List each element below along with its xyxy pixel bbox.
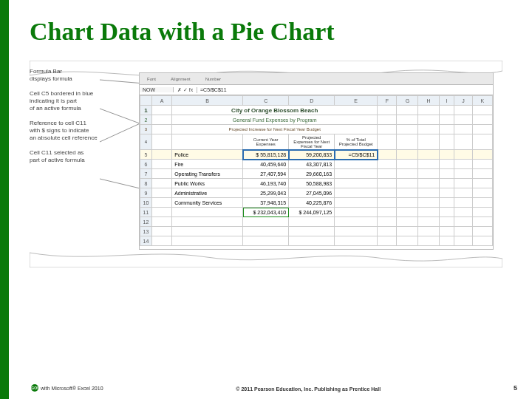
col-header[interactable]: J — [454, 96, 472, 106]
row-header[interactable]: 14 — [140, 236, 152, 246]
row-header[interactable]: 5 — [140, 150, 152, 160]
table-row: 6Fire40,459,64043,307,813 — [140, 160, 493, 169]
row-header[interactable]: 9 — [140, 188, 152, 198]
cell[interactable]: 27,407,594 — [243, 169, 289, 179]
slide-title: Chart Data with a Pie Chart — [30, 18, 511, 46]
cell[interactable]: 46,193,740 — [243, 179, 289, 188]
row-header[interactable]: 3 — [140, 125, 152, 134]
col-header[interactable]: A — [152, 96, 172, 106]
t: Fiscal Year — [301, 144, 322, 149]
cell[interactable]: Operating Transfers — [172, 169, 243, 179]
page-number: 5 — [514, 384, 517, 392]
cell[interactable]: 40,459,640 — [243, 160, 289, 169]
col-header[interactable]: K — [472, 96, 492, 106]
table-row: 14 — [140, 236, 493, 246]
t: Projected Budget — [339, 142, 373, 146]
cell[interactable]: Public Works — [172, 179, 243, 188]
ribbon-group: Font — [147, 77, 156, 81]
cell-c5[interactable]: $ 55,815,128 — [243, 150, 289, 160]
table-row: 1City of Orange Blossom Beach — [140, 106, 493, 115]
cell[interactable]: 40,225,876 — [289, 198, 335, 208]
cell[interactable]: Fire — [172, 160, 243, 169]
col-header[interactable]: H — [418, 96, 439, 106]
corner-cell[interactable] — [140, 96, 152, 106]
worksheet: Font Alignment Number NOW ✗ ✓ fx =C5/$C$… — [139, 72, 494, 250]
col-header[interactable]: G — [397, 96, 418, 106]
cell-e5-formula[interactable]: =C5/$C$11 — [335, 150, 378, 160]
slide-body: Chart Data with a Pie Chart Formula Bar … — [9, 0, 532, 399]
row-header[interactable]: 12 — [140, 217, 152, 227]
col-label[interactable]: Current Year Expenses — [243, 134, 289, 150]
cell[interactable]: 50,588,983 — [289, 179, 335, 188]
ribbon-group: Number — [205, 77, 221, 81]
logo-badge: GO! — [31, 384, 38, 392]
row-header[interactable]: 13 — [140, 227, 152, 236]
sheet-subtitle[interactable]: General Fund Expenses by Program — [172, 115, 378, 125]
row-header[interactable]: 1 — [140, 106, 152, 115]
cell[interactable]: 59,200,833 — [289, 150, 335, 160]
col-header[interactable]: B — [172, 96, 243, 106]
footer-copyright: © 2011 Pearson Education, Inc. Publishin… — [236, 386, 381, 392]
col-label[interactable]: ProjectedExpenses for NextFiscal Year — [289, 134, 335, 150]
table-row: 11$ 232,043,410$ 244,097,125 — [140, 208, 493, 217]
row-header[interactable]: 11 — [140, 208, 152, 217]
cell[interactable]: Administrative — [172, 188, 243, 198]
cell[interactable]: 29,660,163 — [289, 169, 335, 179]
formula-text[interactable]: =C5/$C$11 — [197, 87, 493, 92]
table-row: 7Operating Transfers27,407,59429,660,163 — [140, 169, 493, 179]
sheet-title[interactable]: City of Orange Blossom Beach — [172, 106, 378, 115]
table-row: 5 Police $ 55,815,128 59,200,833 =C5/$C$… — [140, 150, 493, 160]
torn-edge-bottom — [30, 247, 502, 267]
table-row: 12 — [140, 217, 493, 227]
logo-area: GO! with Microsoft® Excel 2010 — [31, 384, 103, 392]
cell[interactable]: Police — [172, 150, 243, 160]
col-header[interactable]: C — [243, 96, 289, 106]
table-row: 3Projected Increase for Next Fiscal Year… — [140, 125, 493, 134]
cell[interactable]: $ 244,097,125 — [289, 208, 335, 217]
cell[interactable]: 27,045,096 — [289, 188, 335, 198]
cell-c11[interactable]: $ 232,043,410 — [243, 208, 289, 217]
row-header[interactable]: 4 — [140, 134, 152, 150]
ribbon: Font Alignment Number — [140, 73, 493, 85]
table-row: 10Community Services37,948,31540,225,876 — [140, 198, 493, 208]
cell[interactable]: Community Services — [172, 198, 243, 208]
col-header[interactable]: I — [439, 96, 454, 106]
col-header[interactable]: E — [335, 96, 378, 106]
row-header[interactable]: 7 — [140, 169, 152, 179]
ribbon-group: Alignment — [171, 77, 191, 81]
name-box[interactable]: NOW — [140, 87, 174, 92]
cell[interactable]: 37,948,315 — [243, 198, 289, 208]
footer-left: with Microsoft® Excel 2010 — [41, 386, 103, 391]
grid: A B C D E F G H I J K 1City of Orange Bl… — [140, 95, 493, 246]
table-row: 13 — [140, 227, 493, 236]
excel-illustration: Formula Bar displays formula Cell C5 bor… — [30, 68, 502, 260]
col-header[interactable]: F — [378, 96, 397, 106]
row-header[interactable]: 10 — [140, 198, 152, 208]
row-header[interactable]: 6 — [140, 160, 152, 169]
row-header[interactable]: 8 — [140, 179, 152, 188]
slide-accent — [0, 0, 9, 399]
formula-bar[interactable]: NOW ✗ ✓ fx =C5/$C$11 — [140, 85, 493, 95]
table-row: 4 Current Year Expenses ProjectedExpense… — [140, 134, 493, 150]
cell[interactable]: 25,299,043 — [243, 188, 289, 198]
cell[interactable]: 43,307,813 — [289, 160, 335, 169]
table-row: 2General Fund Expenses by Program — [140, 115, 493, 125]
footer: GO! with Microsoft® Excel 2010 © 2011 Pe… — [31, 384, 517, 392]
col-label[interactable]: % of TotalProjected Budget — [335, 134, 378, 150]
col-headers: A B C D E F G H I J K — [140, 96, 493, 106]
sheet-note[interactable]: Projected Increase for Next Fiscal Year … — [172, 125, 378, 134]
col-header[interactable]: D — [289, 96, 335, 106]
row-header[interactable]: 2 — [140, 115, 152, 125]
formula-buttons[interactable]: ✗ ✓ fx — [174, 87, 197, 93]
table-row: 9Administrative25,299,04327,045,096 — [140, 188, 493, 198]
table-row: 8Public Works46,193,74050,588,983 — [140, 179, 493, 188]
